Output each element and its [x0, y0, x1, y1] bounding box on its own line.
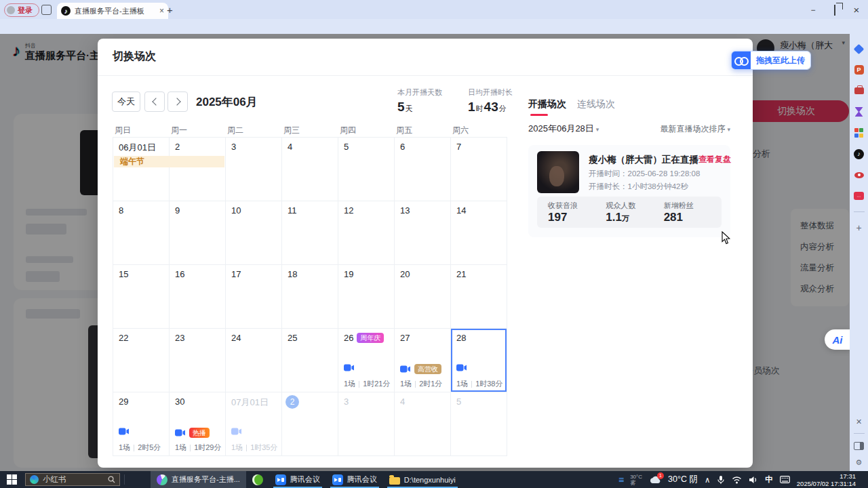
taskbar-app-tencent-meeting[interactable]: 腾讯会议	[269, 471, 326, 488]
taskbar-app-folder[interactable]: D:\tengxunhuiyi	[383, 471, 462, 488]
panel-toggle-icon[interactable]	[854, 441, 865, 451]
weekday-label: 周一	[169, 125, 225, 136]
calendar-day-cell[interactable]: 7	[451, 138, 507, 201]
day-header: 2	[175, 142, 180, 152]
view-replay-link[interactable]: 查看复盘	[698, 154, 731, 165]
panel-tab-1[interactable]: 连线场次	[577, 98, 615, 117]
calendar-day-cell[interactable]: 22	[113, 329, 170, 392]
calendar-day-cell[interactable]: 10	[226, 201, 282, 265]
close-button[interactable]: ×	[852, 4, 861, 16]
settings-gear-icon[interactable]: ⚙	[856, 458, 863, 467]
calendar-day-cell[interactable]: 19	[338, 265, 395, 329]
date-filter-dropdown[interactable]: 2025年06月28日▾	[528, 123, 599, 135]
calendar-day-cell[interactable]: 3	[338, 392, 395, 456]
weather-now[interactable]: 30°C 阴	[668, 474, 698, 485]
weekday-label: 周四	[338, 125, 394, 136]
wifi-icon[interactable]	[732, 476, 742, 484]
browser-toolbar: ← ↻ ⌂ anchor.douyin.com/anchor/review ★ …	[0, 19, 868, 34]
taskbar-app-tencent-meeting[interactable]: 腾讯会议	[326, 471, 383, 488]
ai-assistant-button[interactable]: Ai	[825, 329, 850, 350]
tag-icon[interactable]	[854, 43, 865, 54]
session-card[interactable]: 瘦小梅（胖大雷）正在直播 查看复盘 开播时间：2025-06-28 19:28:…	[528, 145, 730, 237]
calendar-day-cell[interactable]: 5	[338, 138, 395, 201]
taskbar-app-edge[interactable]	[127, 471, 151, 488]
calendar-day-cell[interactable]: 4	[395, 392, 451, 456]
calendar-day-cell[interactable]: 21	[451, 265, 507, 329]
tray-expand-icon[interactable]: ∧	[705, 475, 710, 485]
start-button[interactable]	[0, 471, 24, 488]
calendar-day-cell[interactable]: 13	[395, 201, 451, 265]
calendar-day-cell[interactable]: 9	[170, 201, 226, 265]
day-number: 5	[456, 396, 461, 407]
calendar-day-cell[interactable]: 28 1场1时38分	[451, 329, 507, 392]
panel-tab-0[interactable]: 开播场次	[528, 98, 566, 117]
tools-icon[interactable]: ✕	[856, 418, 862, 426]
browser-login-button[interactable]: 登录	[4, 3, 39, 17]
day-number: 06月01日	[119, 142, 156, 154]
calendar-day-cell[interactable]: 26周年庆 1场1时21分	[338, 329, 395, 392]
calendar-day-cell[interactable]: 25	[282, 329, 338, 392]
browser-tab[interactable]: ♪ 直播服务平台-主播板 ×	[57, 3, 168, 19]
calendar-day-cell[interactable]: 12	[338, 201, 395, 265]
toolbox-icon[interactable]	[854, 85, 865, 96]
day-number: 22	[119, 333, 128, 343]
calendar-day-cell[interactable]: 30 热播1场1时29分	[170, 392, 226, 456]
tiktok-icon[interactable]: ♪	[854, 148, 865, 159]
calendar-day-cell[interactable]: 06月01日端午节	[113, 138, 170, 201]
day-header: 4	[288, 142, 292, 152]
calendar-day-cell[interactable]: 8	[113, 201, 170, 265]
calendar-day-cell[interactable]: 6	[395, 138, 451, 201]
tab-list-icon[interactable]	[41, 5, 52, 15]
touch-keyboard-icon[interactable]	[780, 476, 790, 483]
news-menu-icon[interactable]: ≡	[618, 474, 623, 485]
reader-badge-icon[interactable]: ⋯	[854, 190, 865, 201]
tab-close-icon[interactable]: ×	[159, 6, 164, 16]
calendar-day-cell[interactable]: 24	[226, 329, 282, 392]
calendar-day-cell[interactable]: 29 1场2时5分	[113, 392, 170, 456]
calendar-day-cell[interactable]: 20	[395, 265, 451, 329]
new-tab-button[interactable]: +	[167, 4, 173, 16]
prev-month-button[interactable]	[144, 92, 165, 112]
microphone-icon[interactable]	[717, 475, 725, 485]
day-header: 30	[175, 396, 184, 407]
sort-filter-dropdown[interactable]: 最新直播场次排序▾	[660, 123, 730, 135]
calendar-day-cell[interactable]: 27 高营收1场2时1分	[395, 329, 451, 392]
calendar-day-cell[interactable]: 3	[226, 138, 282, 201]
upload-toast[interactable]: 拖拽至此上传	[731, 51, 811, 70]
calendar-day-cell[interactable]: 5	[451, 392, 507, 456]
taskbar-search-box[interactable]: 小红书	[25, 473, 120, 486]
powerpoint-icon[interactable]: P	[854, 64, 865, 75]
taskbar-app-live-platform[interactable]: 直播服务平台-主播...	[151, 471, 246, 488]
add-panel-icon[interactable]: +	[854, 222, 865, 233]
calendar-day-cell[interactable]: 2	[282, 392, 338, 456]
day-session-summary: 1场2时1分	[400, 379, 442, 389]
divider	[854, 433, 865, 434]
login-label: 登录	[18, 5, 33, 16]
calendar-day-cell[interactable]: 4	[282, 138, 338, 201]
calendar-day-cell[interactable]: 11	[282, 201, 338, 265]
calendar-day-cell[interactable]: 16	[170, 265, 226, 329]
ime-indicator[interactable]: 中	[765, 474, 773, 485]
speaker-icon[interactable]	[749, 476, 758, 484]
calendar-day-cell[interactable]: 17	[226, 265, 282, 329]
divider	[415, 381, 416, 388]
calendar-day-cell[interactable]: 23	[170, 329, 226, 392]
calendar-day-cell[interactable]: 07月01日 1场1时35分	[226, 392, 282, 456]
minimize-button[interactable]: −	[808, 5, 818, 15]
apps-grid-icon[interactable]	[854, 127, 865, 138]
hourglass-icon[interactable]	[854, 106, 865, 117]
calendar-day-cell[interactable]: 18	[282, 265, 338, 329]
notification-cloud-icon[interactable]: 1	[649, 475, 661, 485]
next-month-button[interactable]	[167, 92, 188, 112]
today-button[interactable]: 今天	[112, 92, 140, 112]
calendar-day-cell[interactable]: 2	[170, 138, 226, 201]
restore-button[interactable]	[830, 5, 840, 15]
taskbar-clock[interactable]: 17:312025/07/02 17:31:14	[797, 472, 856, 487]
calendar-day-cell[interactable]: 15	[113, 265, 170, 329]
weather-widget[interactable]: 30°C雾	[630, 474, 642, 486]
calendar-day-cell[interactable]: 14	[451, 201, 507, 265]
taskbar-app-green-browser[interactable]	[246, 471, 269, 488]
browser-titlebar: 登录 ♪ 直播服务平台-主播板 × + − ×	[0, 0, 868, 19]
eye-icon[interactable]	[854, 169, 865, 180]
day-header: 16	[175, 269, 184, 279]
